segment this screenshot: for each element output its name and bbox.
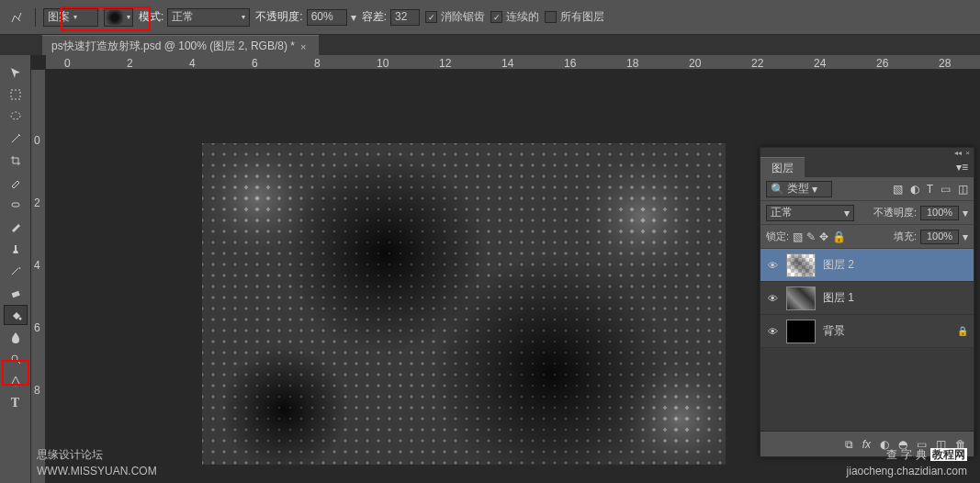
- chevron-down-icon: ▾: [242, 13, 245, 21]
- svg-point-5: [12, 355, 17, 361]
- svg-rect-3: [11, 291, 19, 298]
- dodge-tool[interactable]: [4, 349, 28, 369]
- close-icon[interactable]: ×: [965, 149, 970, 157]
- panel-collapse-bar[interactable]: ◂◂ ×: [760, 148, 974, 157]
- paint-bucket-tool[interactable]: [4, 305, 28, 325]
- tolerance-group: 容差: 32: [362, 9, 420, 26]
- adjustment-icon[interactable]: ◓: [898, 438, 907, 451]
- opacity-input[interactable]: 100%: [920, 206, 959, 220]
- link-layers-icon[interactable]: ⧉: [845, 438, 853, 451]
- separator: [35, 8, 36, 27]
- document-tab[interactable]: ps快速打造放射球.psd @ 100% (图层 2, RGB/8) * ×: [42, 35, 319, 55]
- pattern-picker[interactable]: ▾: [104, 8, 133, 27]
- fill-input[interactable]: 100%: [920, 230, 959, 244]
- filter-type-icon[interactable]: T: [927, 183, 933, 196]
- close-icon[interactable]: ×: [300, 41, 306, 52]
- lock-icon: 🔒: [957, 326, 968, 336]
- ruler-vertical[interactable]: 02468: [31, 70, 46, 483]
- eraser-tool[interactable]: [4, 283, 28, 303]
- chevron-down-icon: ▾: [127, 13, 130, 21]
- lock-transparency-icon[interactable]: ▧: [793, 230, 803, 243]
- opacity-input[interactable]: 60%: [307, 9, 347, 26]
- visibility-icon[interactable]: 👁: [766, 293, 779, 304]
- lock-position-icon[interactable]: ✥: [819, 230, 828, 243]
- blend-mode-dropdown[interactable]: 正常 ▾: [167, 8, 250, 27]
- fx-button[interactable]: fx: [862, 438, 871, 451]
- lock-all-icon[interactable]: 🔒: [832, 230, 846, 243]
- mode-label: 模式:: [139, 9, 163, 25]
- layer-thumbnail[interactable]: [786, 286, 816, 310]
- blur-tool[interactable]: [4, 327, 28, 347]
- anti-alias-checkbox[interactable]: ✓ 消除锯齿: [425, 9, 485, 25]
- mode-group: 模式: 正常 ▾: [139, 8, 250, 27]
- filter-adjust-icon[interactable]: ◐: [910, 183, 919, 196]
- history-brush-tool[interactable]: [4, 261, 28, 281]
- svg-point-4: [18, 318, 21, 320]
- lock-fill-row: 锁定: ▧ ✎ ✥ 🔒 填充: 100% ▾: [760, 225, 974, 249]
- tab-layers[interactable]: 图层: [760, 157, 805, 177]
- mask-icon[interactable]: ◐: [880, 438, 889, 451]
- visibility-icon[interactable]: 👁: [766, 260, 779, 271]
- layer-name[interactable]: 图层 2: [823, 257, 968, 273]
- checkbox-icon: ✓: [490, 11, 502, 23]
- chevron-down-icon[interactable]: ▾: [351, 11, 356, 24]
- layer-item[interactable]: 👁背景🔒: [760, 315, 974, 348]
- layer-item[interactable]: 👁图层 1: [760, 282, 974, 315]
- opacity-label: 不透明度:: [873, 206, 917, 219]
- lasso-tool[interactable]: [4, 107, 28, 127]
- filter-type-value: 类型: [787, 181, 809, 197]
- visibility-icon[interactable]: 👁: [766, 326, 779, 337]
- eyedropper-tool[interactable]: [4, 173, 28, 193]
- layer-name[interactable]: 图层 1: [823, 290, 968, 306]
- brush-tool[interactable]: [4, 217, 28, 237]
- chevron-down-icon[interactable]: ▾: [963, 230, 968, 243]
- search-icon: 🔍: [771, 183, 784, 196]
- tool-preset-button[interactable]: [6, 6, 28, 28]
- ruler-tick: 2: [127, 57, 133, 70]
- ruler-tick: 26: [876, 57, 888, 70]
- document-canvas[interactable]: [202, 143, 726, 465]
- fill-type-dropdown[interactable]: 图案 ▾: [43, 8, 98, 27]
- filter-shape-icon[interactable]: ▭: [941, 183, 951, 196]
- trash-icon[interactable]: 🗑: [955, 438, 966, 451]
- filter-pixel-icon[interactable]: ▧: [893, 183, 903, 196]
- opacity-group: 不透明度: 60% ▾: [255, 9, 355, 26]
- panel-menu-icon[interactable]: ▾≡: [951, 157, 974, 177]
- contiguous-label: 连续的: [506, 9, 539, 25]
- move-tool[interactable]: [4, 62, 28, 83]
- healing-tool[interactable]: [4, 195, 28, 215]
- new-layer-icon[interactable]: ◫: [936, 438, 946, 451]
- filter-type-dropdown[interactable]: 🔍 类型 ▾: [766, 181, 832, 197]
- layer-name[interactable]: 背景: [823, 323, 950, 339]
- layer-list-empty: [760, 348, 974, 431]
- blend-mode-dropdown[interactable]: 正常 ▾: [766, 205, 854, 221]
- layer-thumbnail[interactable]: [786, 320, 816, 343]
- ruler-horizontal[interactable]: 0246810121416182022242628: [46, 55, 980, 70]
- all-layers-label: 所有图层: [560, 9, 604, 25]
- all-layers-checkbox[interactable]: 所有图层: [545, 9, 604, 25]
- tolerance-label: 容差:: [362, 9, 387, 25]
- chevron-down-icon: ▾: [844, 207, 850, 219]
- ruler-tick: 24: [814, 57, 826, 70]
- crop-tool[interactable]: [4, 151, 28, 171]
- group-icon[interactable]: ▭: [917, 438, 927, 451]
- contiguous-checkbox[interactable]: ✓ 连续的: [490, 9, 539, 25]
- filter-smart-icon[interactable]: ◫: [958, 183, 968, 196]
- opacity-label: 不透明度:: [255, 9, 302, 25]
- filter-icons: ▧ ◐ T ▭ ◫: [893, 183, 968, 196]
- layer-thumbnail[interactable]: [786, 253, 816, 277]
- marquee-tool[interactable]: [4, 84, 28, 105]
- layer-list: 👁图层 2👁图层 1👁背景🔒: [760, 249, 974, 348]
- collapse-icon[interactable]: ◂◂: [954, 149, 962, 157]
- ruler-tick: 28: [939, 57, 951, 70]
- tolerance-input[interactable]: 32: [390, 9, 420, 26]
- pen-tool[interactable]: [4, 371, 28, 391]
- lock-pixels-icon[interactable]: ✎: [806, 230, 816, 243]
- type-tool[interactable]: T: [4, 393, 28, 413]
- ruler-tick: 4: [189, 57, 196, 70]
- layer-item[interactable]: 👁图层 2: [760, 249, 974, 282]
- magic-wand-tool[interactable]: [4, 129, 28, 149]
- ruler-tick: 6: [34, 321, 40, 334]
- chevron-down-icon[interactable]: ▾: [963, 207, 968, 219]
- stamp-tool[interactable]: [4, 239, 28, 259]
